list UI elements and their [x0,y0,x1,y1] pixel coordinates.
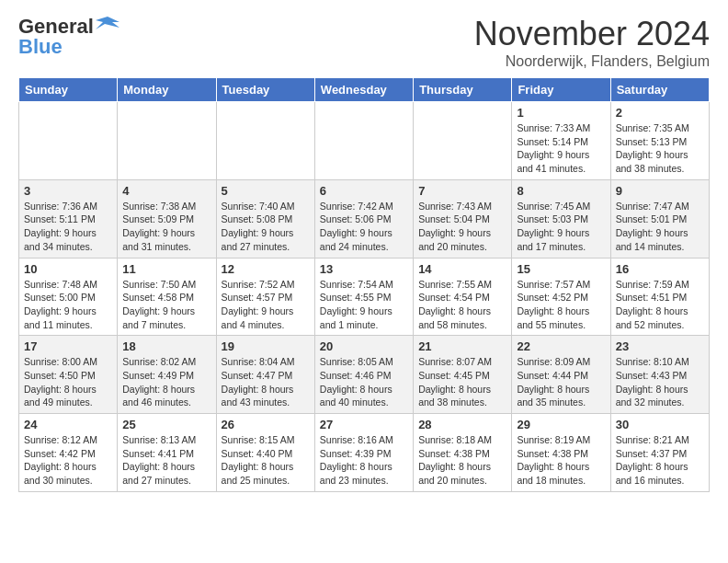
day-info: Sunrise: 8:13 AM Sunset: 4:41 PM Dayligh… [122,433,210,488]
day-info: Sunrise: 8:02 AM Sunset: 4:49 PM Dayligh… [122,355,210,409]
page: General Blue November 2024 Noorderwijk, … [0,0,728,507]
day-number: 2 [616,106,704,120]
calendar-week-row: 10Sunrise: 7:48 AM Sunset: 5:00 PM Dayli… [19,258,710,336]
calendar-cell: 8Sunrise: 7:45 AM Sunset: 5:03 PM Daylig… [512,179,610,258]
calendar-cell: 10Sunrise: 7:48 AM Sunset: 5:00 PM Dayli… [19,258,118,336]
col-header-saturday: Saturday [610,78,709,102]
calendar-week-row: 17Sunrise: 8:00 AM Sunset: 4:50 PM Dayli… [19,336,710,414]
day-info: Sunrise: 8:00 AM Sunset: 4:50 PM Dayligh… [24,355,112,409]
calendar-cell: 22Sunrise: 8:09 AM Sunset: 4:44 PM Dayli… [512,336,610,414]
day-number: 23 [616,339,704,353]
calendar-cell: 2Sunrise: 7:35 AM Sunset: 5:13 PM Daylig… [610,102,709,180]
day-number: 7 [418,184,506,198]
calendar-cell: 30Sunrise: 8:21 AM Sunset: 4:37 PM Dayli… [610,414,709,492]
subtitle: Noorderwijk, Flanders, Belgium [474,53,710,70]
calendar-cell: 15Sunrise: 7:57 AM Sunset: 4:52 PM Dayli… [512,258,610,336]
day-info: Sunrise: 8:10 AM Sunset: 4:43 PM Dayligh… [616,355,704,409]
calendar-table: SundayMondayTuesdayWednesdayThursdayFrid… [18,77,710,492]
day-number: 16 [616,262,704,276]
title-block: November 2024 Noorderwijk, Flanders, Bel… [474,15,710,70]
day-info: Sunrise: 7:42 AM Sunset: 5:06 PM Dayligh… [320,200,408,254]
calendar-cell: 26Sunrise: 8:15 AM Sunset: 4:40 PM Dayli… [216,414,314,492]
day-info: Sunrise: 8:19 AM Sunset: 4:38 PM Dayligh… [517,433,605,488]
calendar-cell: 17Sunrise: 8:00 AM Sunset: 4:50 PM Dayli… [19,336,118,414]
day-info: Sunrise: 7:55 AM Sunset: 4:54 PM Dayligh… [418,278,506,332]
day-info: Sunrise: 7:33 AM Sunset: 5:14 PM Dayligh… [517,121,605,176]
calendar-week-row: 24Sunrise: 8:12 AM Sunset: 4:42 PM Dayli… [19,414,710,492]
day-info: Sunrise: 7:36 AM Sunset: 5:11 PM Dayligh… [24,200,112,254]
day-info: Sunrise: 7:38 AM Sunset: 5:09 PM Dayligh… [122,200,210,254]
col-header-friday: Friday [512,78,610,102]
day-number: 29 [517,418,605,431]
day-number: 27 [320,418,408,431]
svg-marker-0 [96,17,119,29]
day-number: 17 [24,339,112,353]
calendar-cell: 12Sunrise: 7:52 AM Sunset: 4:57 PM Dayli… [216,258,314,336]
calendar-cell [314,102,413,180]
day-info: Sunrise: 8:05 AM Sunset: 4:46 PM Dayligh… [320,355,408,409]
day-number: 15 [517,262,605,276]
calendar-cell: 14Sunrise: 7:55 AM Sunset: 4:54 PM Dayli… [414,258,512,336]
day-info: Sunrise: 7:57 AM Sunset: 4:52 PM Dayligh… [517,278,605,332]
calendar-week-row: 1Sunrise: 7:33 AM Sunset: 5:14 PM Daylig… [19,102,710,180]
calendar-cell: 24Sunrise: 8:12 AM Sunset: 4:42 PM Dayli… [19,414,118,492]
day-number: 1 [517,106,605,120]
col-header-thursday: Thursday [414,78,512,102]
day-info: Sunrise: 7:40 AM Sunset: 5:08 PM Dayligh… [222,200,310,254]
day-info: Sunrise: 7:43 AM Sunset: 5:04 PM Dayligh… [418,200,506,254]
calendar-cell: 25Sunrise: 8:13 AM Sunset: 4:41 PM Dayli… [118,414,216,492]
day-number: 5 [222,184,310,198]
calendar-cell: 27Sunrise: 8:16 AM Sunset: 4:39 PM Dayli… [314,414,413,492]
day-info: Sunrise: 8:21 AM Sunset: 4:37 PM Dayligh… [616,433,704,488]
calendar-cell: 29Sunrise: 8:19 AM Sunset: 4:38 PM Dayli… [512,414,610,492]
day-number: 18 [122,339,210,353]
calendar-cell: 1Sunrise: 7:33 AM Sunset: 5:14 PM Daylig… [512,102,610,180]
day-number: 13 [320,262,408,276]
calendar-cell: 9Sunrise: 7:47 AM Sunset: 5:01 PM Daylig… [610,179,709,258]
day-number: 20 [320,339,408,353]
day-info: Sunrise: 8:18 AM Sunset: 4:38 PM Dayligh… [418,433,506,488]
day-number: 19 [222,339,310,353]
calendar-cell: 20Sunrise: 8:05 AM Sunset: 4:46 PM Dayli… [314,336,413,414]
day-info: Sunrise: 8:15 AM Sunset: 4:40 PM Dayligh… [222,433,310,488]
day-info: Sunrise: 7:54 AM Sunset: 4:55 PM Dayligh… [320,278,408,332]
calendar-cell: 4Sunrise: 7:38 AM Sunset: 5:09 PM Daylig… [118,179,216,258]
day-info: Sunrise: 7:50 AM Sunset: 4:58 PM Dayligh… [122,278,210,332]
day-number: 6 [320,184,408,198]
day-number: 9 [616,184,704,198]
calendar-cell [414,102,512,180]
col-header-monday: Monday [118,78,216,102]
day-number: 14 [418,262,506,276]
logo: General Blue [18,15,119,59]
main-title: November 2024 [474,15,710,53]
calendar-cell [19,102,118,180]
calendar-cell: 3Sunrise: 7:36 AM Sunset: 5:11 PM Daylig… [19,179,118,258]
calendar-cell: 5Sunrise: 7:40 AM Sunset: 5:08 PM Daylig… [216,179,314,258]
calendar-cell: 6Sunrise: 7:42 AM Sunset: 5:06 PM Daylig… [314,179,413,258]
calendar-cell: 11Sunrise: 7:50 AM Sunset: 4:58 PM Dayli… [118,258,216,336]
logo-bird-icon [96,13,119,37]
day-number: 11 [122,262,210,276]
calendar-cell: 23Sunrise: 8:10 AM Sunset: 4:43 PM Dayli… [610,336,709,414]
day-info: Sunrise: 7:48 AM Sunset: 5:00 PM Dayligh… [24,278,112,332]
day-info: Sunrise: 7:35 AM Sunset: 5:13 PM Dayligh… [616,121,704,176]
day-number: 8 [517,184,605,198]
day-number: 24 [24,418,112,431]
calendar-cell: 18Sunrise: 8:02 AM Sunset: 4:49 PM Dayli… [118,336,216,414]
day-info: Sunrise: 8:12 AM Sunset: 4:42 PM Dayligh… [24,433,112,488]
day-info: Sunrise: 7:47 AM Sunset: 5:01 PM Dayligh… [616,200,704,254]
header: General Blue November 2024 Noorderwijk, … [18,15,710,70]
calendar-cell: 28Sunrise: 8:18 AM Sunset: 4:38 PM Dayli… [414,414,512,492]
day-number: 3 [24,184,112,198]
day-number: 25 [122,418,210,431]
calendar-week-row: 3Sunrise: 7:36 AM Sunset: 5:11 PM Daylig… [19,179,710,258]
calendar-cell [118,102,216,180]
day-info: Sunrise: 8:09 AM Sunset: 4:44 PM Dayligh… [517,355,605,409]
day-info: Sunrise: 8:07 AM Sunset: 4:45 PM Dayligh… [418,355,506,409]
col-header-wednesday: Wednesday [314,78,413,102]
calendar-cell: 7Sunrise: 7:43 AM Sunset: 5:04 PM Daylig… [414,179,512,258]
day-info: Sunrise: 7:45 AM Sunset: 5:03 PM Dayligh… [517,200,605,254]
day-number: 30 [616,418,704,431]
day-number: 21 [418,339,506,353]
col-header-tuesday: Tuesday [216,78,314,102]
